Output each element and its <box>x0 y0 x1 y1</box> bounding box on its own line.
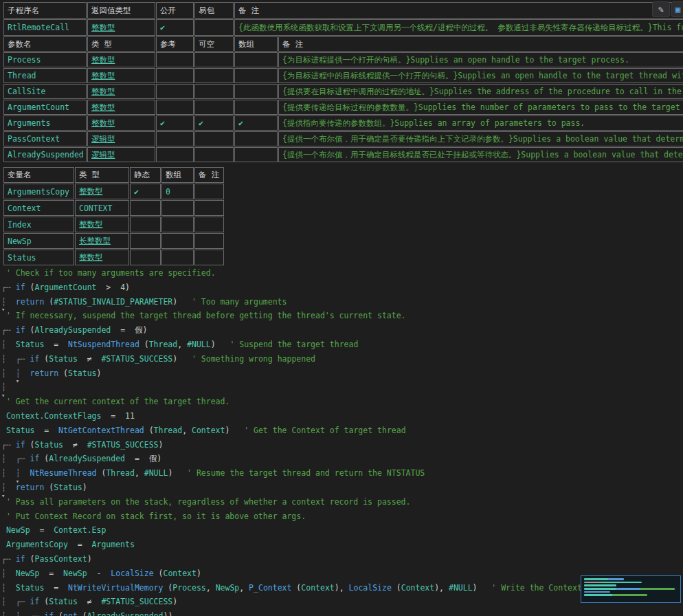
t3-cell-remark[interactable] <box>194 217 224 232</box>
t3-cell-array[interactable] <box>161 250 194 265</box>
t2-cell-array[interactable] <box>234 52 278 67</box>
t2-cell-type[interactable]: 逻辑型 <box>87 147 155 162</box>
code-line[interactable]: ┆ Status = NtSuspendThread (Thread, #NUL… <box>1 338 683 352</box>
code-line[interactable]: ▾ ' Get the current context of the targe… <box>1 395 683 409</box>
t3-cell-type[interactable]: 长整数型 <box>75 233 129 249</box>
t2-cell-byref[interactable] <box>156 68 194 83</box>
t2-cell-nullable[interactable] <box>194 100 234 115</box>
t2-cell-nullable[interactable] <box>194 52 234 67</box>
t2-cell-type[interactable]: 整数型 <box>87 84 155 99</box>
code-line[interactable]: ▾ ' If necessary, suspend the target thr… <box>1 309 683 323</box>
t3-cell-static[interactable] <box>130 233 161 249</box>
code-line[interactable]: ┆ ┌╌ if (AlreadySuspended = 假) <box>1 452 683 466</box>
code-line[interactable]: ┌╌ if (AlreadySuspended = 假) <box>1 323 683 338</box>
code-line[interactable]: ┆ ┌╌ if (Status ≠ #STATUS_SUCCESS) ' Som… <box>1 352 683 366</box>
t2-cell-byref[interactable] <box>156 100 194 115</box>
t2-cell-type[interactable]: 整数型 <box>87 100 155 115</box>
parameter-table[interactable]: 参数名类 型参考可空数组备 注Process整数型{为目标进程提供一个打开的句柄… <box>3 36 683 163</box>
t2-cell-remark[interactable]: {提供一个布尔值，用于确定目标线程是否已处于挂起或等待状态。}Supplies … <box>278 147 683 162</box>
t2-cell-nullable[interactable] <box>194 147 234 162</box>
t2-cell-array[interactable] <box>234 131 278 146</box>
t3-cell-type[interactable]: 整数型 <box>75 250 129 265</box>
t2-cell-nullable[interactable] <box>194 84 234 99</box>
variable-table[interactable]: 变量名类 型静态数组备 注ArgumentsCopy整数型✔0ContextCO… <box>3 166 225 266</box>
t2-cell-name[interactable]: CallSite <box>3 84 87 99</box>
t2-cell-type[interactable]: 整数型 <box>87 52 155 67</box>
code-area[interactable]: ' Check if too many arguments are specif… <box>1 266 683 616</box>
t3-cell-array[interactable] <box>161 200 194 216</box>
t3-cell-name[interactable]: Context <box>3 200 74 216</box>
t2-cell-name[interactable]: AlreadySuspended <box>3 147 87 162</box>
t2-cell-array[interactable] <box>234 147 278 162</box>
code-line[interactable]: ┌╌ if (PassContext) <box>1 552 683 566</box>
t2-cell-type[interactable]: 逻辑型 <box>87 131 155 146</box>
t2-cell-remark[interactable]: {提供要在目标进程中调用的过程的地址。}Supplies the address… <box>278 84 683 99</box>
t1-cell-pkg[interactable] <box>194 19 234 36</box>
panel-icon[interactable]: ▣ <box>671 1 683 17</box>
t3-cell-array[interactable]: 0 <box>161 184 194 199</box>
t2-cell-name[interactable]: PassContext <box>3 131 87 146</box>
t2-cell-name[interactable]: ArgumentCount <box>3 100 87 115</box>
t2-cell-byref[interactable] <box>156 52 194 67</box>
t3-cell-array[interactable] <box>161 217 194 232</box>
t1-cell-remark[interactable]: {此函数使用系统函数获取和设置上下文调用另一个线程/进程中的过程。 参数通过非易… <box>234 19 683 36</box>
t3-cell-array[interactable] <box>161 233 194 249</box>
code-line[interactable]: ' Check if too many arguments are specif… <box>1 266 683 280</box>
code-line[interactable]: ┆ return (#STATUS_INVALID_PARAMETER) ' T… <box>1 295 683 309</box>
t3-cell-remark[interactable] <box>194 250 224 265</box>
t1-cell-type[interactable]: 整数型 <box>87 19 155 36</box>
t3-cell-static[interactable]: ✔ <box>130 184 161 199</box>
code-line[interactable]: ┆ ┆ NtResumeThread (Thread, #NULL) ' Res… <box>1 466 683 481</box>
code-line[interactable]: ArgumentsCopy = Arguments <box>1 538 683 552</box>
code-line[interactable]: Context.ContextFlags = 11 <box>1 409 683 424</box>
t2-cell-byref[interactable]: ✔ <box>156 116 194 131</box>
subroutine-table[interactable]: 子程序名返回值类型公开易包备 注RtlRemoteCall整数型✔{此函数使用系… <box>3 1 683 36</box>
t2-cell-type[interactable]: 整数型 <box>87 68 155 83</box>
t2-cell-nullable[interactable] <box>194 131 234 146</box>
t2-cell-remark[interactable]: {为目标进程中的目标线程提供一个打开的句柄。}Supplies an open … <box>278 68 683 83</box>
t1-cell-name[interactable]: RtlRemoteCall <box>3 19 87 36</box>
t2-cell-nullable[interactable]: ✔ <box>194 116 234 131</box>
t2-cell-name[interactable]: Process <box>3 52 87 67</box>
t3-cell-remark[interactable] <box>194 200 224 216</box>
t3-cell-name[interactable]: Status <box>3 250 74 265</box>
t2-cell-name[interactable]: Arguments <box>3 116 87 131</box>
t2-cell-remark[interactable]: {提供要传递给目标过程的参数数量。}Supplies the number of… <box>278 100 683 115</box>
t2-cell-byref[interactable] <box>156 84 194 99</box>
code-line[interactable]: ┆ ┆ ┌╌ if (not (AlreadySuspended)) <box>1 609 683 616</box>
t2-cell-array[interactable]: ✔ <box>234 116 278 131</box>
code-line[interactable]: ┆ ▾return (Status) <box>1 481 683 495</box>
t3-cell-static[interactable] <box>130 250 161 265</box>
code-line[interactable]: ' Put Context Record on stack first, so … <box>1 509 683 524</box>
code-line[interactable]: NewSp = Context.Esp <box>1 523 683 538</box>
code-line[interactable]: ▾ ' Pass all parameters on the stack, re… <box>1 495 683 509</box>
code-line[interactable]: ┆ ┆ return (Status) <box>1 366 683 381</box>
edit-snippet-icon[interactable]: ✎ <box>652 1 670 17</box>
t3-cell-type[interactable]: CONTEXT <box>75 200 129 216</box>
t2-cell-array[interactable] <box>234 84 278 99</box>
t2-cell-array[interactable] <box>234 68 278 83</box>
t2-cell-byref[interactable] <box>156 131 194 146</box>
t3-cell-static[interactable] <box>130 200 161 216</box>
code-line[interactable]: ┌╌ if (Status ≠ #STATUS_SUCCESS) <box>1 438 683 452</box>
t2-cell-nullable[interactable] <box>194 68 234 83</box>
t2-cell-name[interactable]: Thread <box>3 68 87 83</box>
t3-cell-remark[interactable] <box>194 184 224 199</box>
code-line[interactable]: Status = NtGetContextThread (Thread, Con… <box>1 424 683 438</box>
t1-cell-public[interactable]: ✔ <box>156 19 194 36</box>
t2-cell-remark[interactable]: {提供一个布尔值，用于确定是否要传递指向上下文记录的参数。}Supplies a… <box>278 131 683 146</box>
t2-cell-array[interactable] <box>234 100 278 115</box>
t2-cell-remark[interactable]: {提供指向要传递的参数数组。}Supplies an array of para… <box>278 116 683 131</box>
t3-cell-name[interactable]: NewSp <box>3 233 74 249</box>
t3-cell-static[interactable] <box>130 217 161 232</box>
t2-cell-byref[interactable] <box>156 147 194 162</box>
t3-cell-type[interactable]: 整数型 <box>75 184 129 199</box>
t3-cell-type[interactable]: 整数型 <box>75 217 129 232</box>
t3-cell-name[interactable]: ArgumentsCopy <box>3 184 74 199</box>
code-line[interactable]: ┌╌ if (ArgumentCount > 4) <box>1 280 683 295</box>
t2-cell-remark[interactable]: {为目标进程提供一个打开的句柄。}Supplies an open handle… <box>278 52 683 67</box>
t2-cell-type[interactable]: 整数型 <box>87 116 155 131</box>
t3-cell-name[interactable]: Index <box>3 217 74 232</box>
code-line[interactable]: ┆ ▾ <box>1 380 683 395</box>
t3-cell-remark[interactable] <box>194 233 224 249</box>
